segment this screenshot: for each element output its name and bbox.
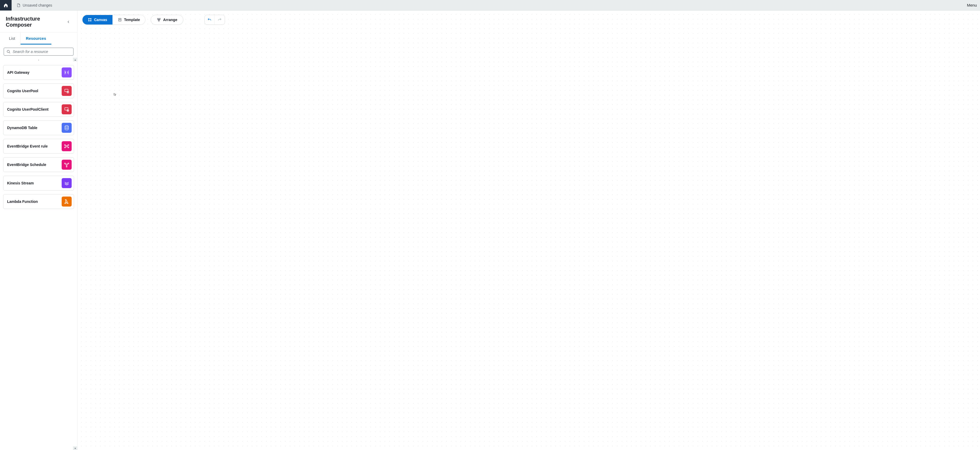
resource-label: DynamoDB Table <box>7 126 37 130</box>
svg-point-0 <box>7 50 10 52</box>
arrange-icon <box>157 17 161 22</box>
save-status: Unsaved changes <box>11 3 52 7</box>
resource-lambda-function[interactable]: Lambda Function <box>3 194 74 209</box>
arrange-label: Arrange <box>163 17 177 22</box>
home-icon <box>3 3 8 8</box>
svg-line-1 <box>9 52 10 53</box>
svg-point-6 <box>67 110 68 111</box>
resource-api-gateway[interactable]: API Gateway <box>3 65 74 80</box>
canvas[interactable]: Canvas Template Arrange <box>78 11 980 450</box>
svg-point-19 <box>89 21 89 21</box>
svg-point-14 <box>65 163 65 164</box>
svg-point-10 <box>68 145 69 146</box>
undo-redo-group <box>204 15 225 25</box>
svg-point-20 <box>91 21 91 21</box>
resource-eventbridge-schedule[interactable]: EventBridge Schedule <box>3 157 74 172</box>
cognito-client-icon <box>62 104 72 114</box>
template-view-icon <box>118 17 122 22</box>
chevron-left-icon <box>67 20 70 24</box>
svg-point-17 <box>89 18 89 19</box>
resource-list: · API Gateway Cognito UserPool Cognito U… <box>0 58 77 214</box>
canvas-view-button[interactable]: Canvas <box>83 15 113 24</box>
lambda-icon <box>62 197 72 207</box>
sidebar-title: Infrastructure Composer <box>6 16 65 28</box>
list-overflow-indicator: · <box>3 59 74 61</box>
resource-kinesis-stream[interactable]: Kinesis Stream <box>3 176 74 191</box>
home-button[interactable] <box>0 0 11 11</box>
search-input[interactable] <box>13 49 71 54</box>
eventbridge-icon <box>62 141 72 151</box>
svg-rect-26 <box>158 20 159 21</box>
redo-icon <box>218 17 222 22</box>
cognito-icon <box>62 86 72 96</box>
cursor-icon <box>113 92 117 97</box>
arrange-button[interactable]: Arrange <box>151 15 183 25</box>
svg-point-16 <box>66 166 67 167</box>
resource-label: Kinesis Stream <box>7 181 34 185</box>
save-status-text: Unsaved changes <box>23 3 52 7</box>
resource-label: Cognito UserPoolClient <box>7 107 48 111</box>
template-view-label: Template <box>124 17 140 22</box>
svg-point-7 <box>65 126 68 127</box>
svg-point-13 <box>66 164 67 165</box>
resource-cognito-userpool[interactable]: Cognito UserPool <box>3 84 74 98</box>
svg-rect-25 <box>159 18 161 19</box>
search-box[interactable] <box>4 48 73 56</box>
collapse-sidebar-button[interactable] <box>65 18 72 25</box>
tab-resources[interactable]: Resources <box>21 32 51 45</box>
svg-point-9 <box>65 145 65 146</box>
sidebar: Infrastructure Composer List Resources ▴… <box>0 11 78 450</box>
template-view-button[interactable]: Template <box>113 15 145 24</box>
resource-dynamodb-table[interactable]: DynamoDB Table <box>3 121 74 135</box>
svg-point-18 <box>91 18 91 19</box>
svg-point-8 <box>66 145 67 147</box>
search-container <box>0 45 77 58</box>
resource-label: Cognito UserPool <box>7 89 38 93</box>
file-icon <box>16 3 21 7</box>
resource-label: API Gateway <box>7 70 30 75</box>
resource-eventbridge-rule[interactable]: EventBridge Event rule <box>3 139 74 154</box>
api-gateway-icon <box>62 67 72 78</box>
canvas-view-label: Canvas <box>94 17 107 22</box>
tab-list-label: List <box>9 36 15 41</box>
top-bar: Unsaved changes Menu <box>0 0 980 11</box>
svg-point-15 <box>68 163 69 164</box>
sidebar-tabs: List Resources <box>0 32 77 45</box>
menu-label: Menu <box>967 3 977 7</box>
undo-button[interactable] <box>205 15 215 24</box>
undo-icon <box>207 17 212 22</box>
redo-button[interactable] <box>215 15 225 24</box>
search-icon <box>6 50 11 54</box>
dynamodb-icon <box>62 123 72 133</box>
svg-point-12 <box>68 147 69 148</box>
resource-cognito-userpoolclient[interactable]: Cognito UserPoolClient <box>3 102 74 117</box>
kinesis-icon <box>62 178 72 188</box>
scroll-down-button[interactable]: ▾ <box>73 446 77 450</box>
tab-resources-label: Resources <box>26 36 46 41</box>
resource-label: Lambda Function <box>7 199 38 204</box>
menu-button[interactable]: Menu <box>964 0 980 10</box>
resource-list-scroll[interactable]: ▴ · API Gateway Cognito UserPool Cogn <box>0 58 77 450</box>
svg-point-11 <box>65 147 65 148</box>
view-toggle-group: Canvas Template <box>82 15 145 25</box>
eventbridge-sched-icon <box>62 160 72 170</box>
main-area: Infrastructure Composer List Resources ▴… <box>0 11 980 450</box>
scroll-up-button[interactable]: ▴ <box>73 58 77 61</box>
resource-label: EventBridge Event rule <box>7 144 48 148</box>
tab-list[interactable]: List <box>4 32 21 45</box>
resource-label: EventBridge Schedule <box>7 162 46 167</box>
sidebar-header: Infrastructure Composer <box>0 11 77 32</box>
canvas-view-icon <box>88 17 92 22</box>
canvas-toolbar: Canvas Template Arrange <box>82 15 225 25</box>
svg-rect-24 <box>158 18 159 19</box>
